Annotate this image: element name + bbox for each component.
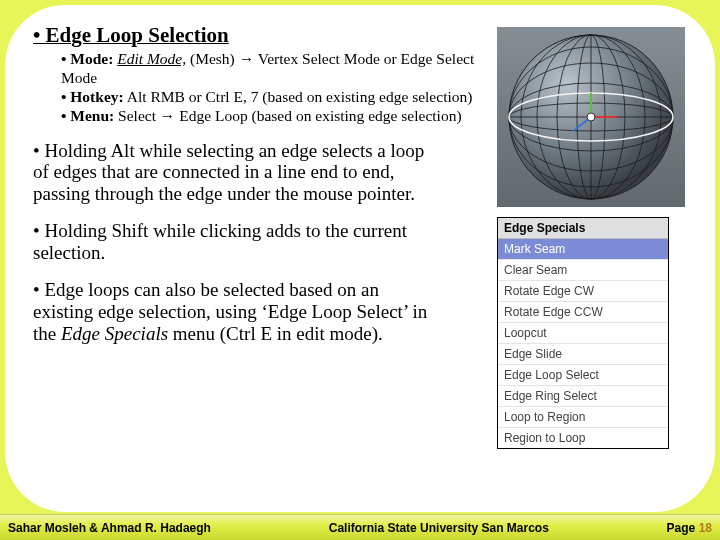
footer-authors: Sahar Mosleh & Ahmad R. Hadaegh [0,521,211,535]
svg-point-15 [587,113,595,121]
menu-item[interactable]: Loop to Region [498,406,668,427]
menu-item[interactable]: Mark Seam [498,239,668,259]
menu-item[interactable]: Region to Loop [498,427,668,448]
menu-item[interactable]: Rotate Edge CCW [498,301,668,322]
sphere-figure [497,27,685,207]
menu-item[interactable]: Edge Ring Select [498,385,668,406]
body-bullet-3: Edge loops can also be selected based on… [33,279,443,345]
footer-institution: California State University San Marcos [211,521,667,535]
menu-item[interactable]: Clear Seam [498,259,668,280]
slide-title: Edge Loop Selection [33,23,487,48]
body-bullet-1: Holding Alt while selecting an edge sele… [33,140,443,206]
menu-item[interactable]: Rotate Edge CW [498,280,668,301]
edge-specials-menu: Edge Specials Mark Seam Clear Seam Rotat… [497,217,669,449]
body-bullet-2: Holding Shift while clicking adds to the… [33,220,443,264]
sub-mode: Mode: Edit Mode, (Mesh) → Vertex Select … [61,50,487,88]
menu-item[interactable]: Edge Slide [498,343,668,364]
slide-footer: Sahar Mosleh & Ahmad R. Hadaegh Californ… [0,514,720,540]
menu-item[interactable]: Loopcut [498,322,668,343]
footer-page: Page 18 [667,521,720,535]
sub-menu: Menu: Select → Edge Loop (based on exist… [61,107,487,126]
menu-title: Edge Specials [498,218,668,239]
menu-item[interactable]: Edge Loop Select [498,364,668,385]
sub-hotkey: Hotkey: Alt RMB or Ctrl E, 7 (based on e… [61,88,487,107]
